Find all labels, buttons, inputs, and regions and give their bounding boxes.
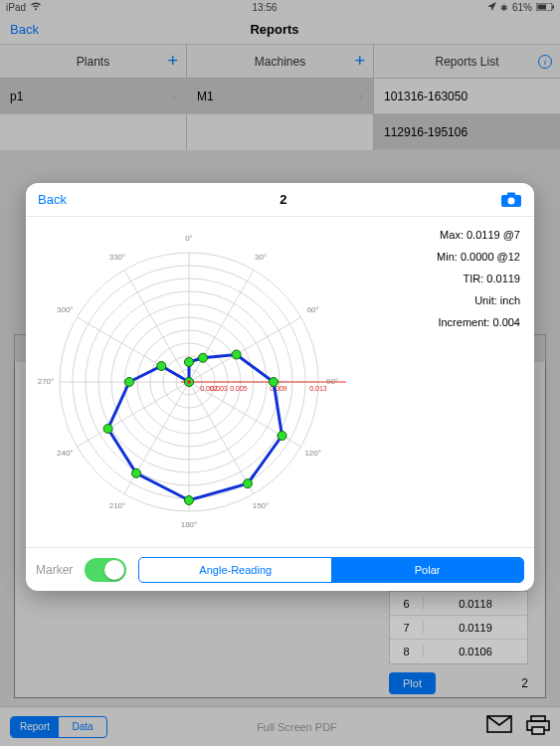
chart-stats: Max: 0.0119 @7 Min: 0.0000 @12 TIR: 0.01… [358, 223, 526, 541]
svg-text:240°: 240° [57, 449, 74, 458]
marker-label: Marker [36, 563, 73, 577]
svg-point-56 [244, 479, 253, 488]
chart-type-segment[interactable]: Angle-Reading Polar [138, 557, 524, 583]
stat-tir: TIR: 0.0119 [358, 273, 520, 284]
svg-point-9 [507, 197, 514, 204]
svg-text:0.013: 0.013 [309, 385, 327, 392]
svg-rect-8 [507, 192, 515, 196]
marker-switch[interactable] [85, 558, 126, 582]
svg-text:330°: 330° [109, 253, 126, 262]
modal-footer: Marker Angle-Reading Polar [26, 547, 534, 591]
svg-text:0.003: 0.003 [210, 385, 228, 392]
modal-title: 2 [280, 192, 286, 207]
svg-point-63 [187, 380, 191, 384]
svg-point-61 [157, 362, 166, 371]
modal-nav: Back 2 [26, 183, 534, 217]
svg-text:120°: 120° [304, 449, 321, 458]
stat-min: Min: 0.0000 @12 [358, 251, 520, 263]
svg-point-54 [270, 378, 279, 387]
svg-text:0°: 0° [185, 234, 193, 243]
chart-modal: Back 2 0°30°60°90°120°150°180°210°240°27… [26, 183, 534, 591]
tab-polar[interactable]: Polar [331, 558, 523, 582]
svg-text:270°: 270° [38, 377, 55, 386]
svg-text:60°: 60° [307, 305, 319, 314]
screen: iPad 13:56 ✱ 61% Back Reports Plants + [0, 0, 560, 746]
svg-point-51 [185, 358, 194, 367]
svg-point-52 [199, 353, 208, 362]
camera-icon[interactable] [500, 192, 522, 208]
svg-text:300°: 300° [57, 305, 74, 314]
svg-point-57 [185, 496, 194, 505]
svg-point-58 [132, 468, 141, 477]
svg-text:210°: 210° [109, 501, 126, 510]
tab-angle-reading[interactable]: Angle-Reading [139, 558, 331, 582]
svg-text:180°: 180° [181, 520, 198, 529]
svg-line-24 [189, 317, 301, 382]
svg-line-22 [189, 270, 254, 382]
polar-chart: 0°30°60°90°120°150°180°210°240°270°300°3… [30, 223, 358, 541]
svg-text:30°: 30° [255, 253, 267, 262]
modal-back-button[interactable]: Back [38, 192, 67, 207]
svg-line-30 [189, 382, 254, 494]
svg-point-60 [125, 378, 134, 387]
svg-line-36 [77, 382, 189, 447]
svg-text:0.005: 0.005 [230, 385, 248, 392]
svg-point-55 [278, 432, 286, 441]
svg-text:150°: 150° [253, 501, 270, 510]
stat-increment: Increment: 0.004 [358, 316, 520, 328]
stat-max: Max: 0.0119 @7 [358, 229, 520, 241]
svg-point-59 [103, 425, 112, 434]
svg-point-53 [232, 350, 241, 359]
stat-unit: Unit: inch [358, 294, 520, 306]
